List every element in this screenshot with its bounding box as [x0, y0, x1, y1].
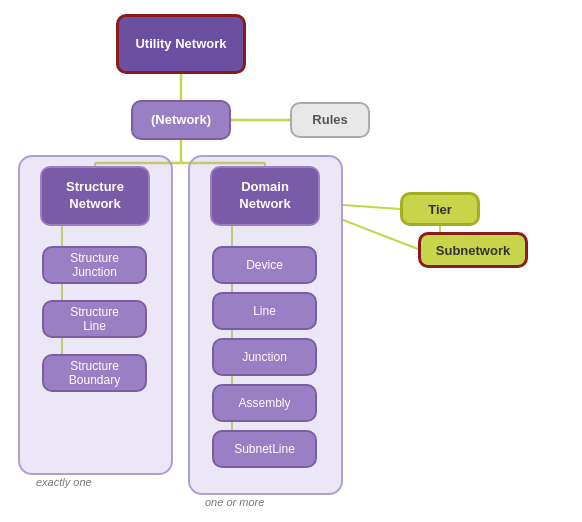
structure-boundary-label: StructureBoundary [69, 359, 120, 387]
structure-cardinality-label: exactly one [36, 476, 92, 488]
structure-junction-node: StructureJunction [42, 246, 147, 284]
assembly-label: Assembly [238, 396, 290, 410]
svg-line-16 [343, 205, 400, 209]
domain-network-label: DomainNetwork [239, 179, 290, 213]
rules-label: Rules [312, 112, 347, 129]
device-node: Device [212, 246, 317, 284]
tier-node: Tier [400, 192, 480, 226]
utility-network-label: Utility Network [135, 36, 226, 53]
network-label: (Network) [151, 112, 211, 129]
subnetline-node: SubnetLine [212, 430, 317, 468]
junction-label: Junction [242, 350, 287, 364]
structure-boundary-node: StructureBoundary [42, 354, 147, 392]
line-node: Line [212, 292, 317, 330]
subnetline-label: SubnetLine [234, 442, 295, 456]
structure-network-label: StructureNetwork [66, 179, 124, 213]
structure-junction-label: StructureJunction [70, 251, 119, 279]
structure-line-label: StructureLine [70, 305, 119, 333]
junction-node: Junction [212, 338, 317, 376]
tier-label: Tier [428, 202, 452, 217]
domain-network-node: DomainNetwork [210, 166, 320, 226]
subnetwork-node: Subnetwork [418, 232, 528, 268]
domain-cardinality-label: one or more [205, 496, 264, 508]
diagram: Utility Network (Network) Rules Structur… [0, 0, 582, 522]
network-node: (Network) [131, 100, 231, 140]
rules-node: Rules [290, 102, 370, 138]
subnetwork-label: Subnetwork [436, 243, 510, 258]
line-label: Line [253, 304, 276, 318]
utility-network-node: Utility Network [116, 14, 246, 74]
device-label: Device [246, 258, 283, 272]
structure-line-node: StructureLine [42, 300, 147, 338]
assembly-node: Assembly [212, 384, 317, 422]
structure-network-node: StructureNetwork [40, 166, 150, 226]
